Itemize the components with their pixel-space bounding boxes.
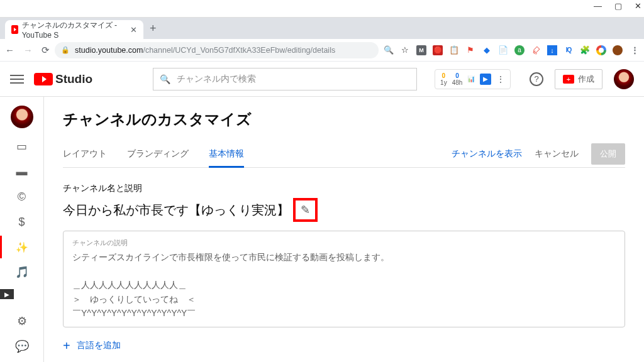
window-title-bar: — ▢ ✕ <box>0 0 644 18</box>
window-minimize-icon[interactable]: — <box>594 1 602 11</box>
description-line: ￣Y^Y^Y^Y^Y^Y^Y^Y^Y^Y^Y￣ <box>72 306 616 320</box>
account-avatar[interactable] <box>614 69 634 89</box>
main-content: チャンネルのカスタマイズ レイアウト ブランディング 基本情報 チャンネルを表示… <box>44 97 644 362</box>
add-language-button[interactable]: + 言語を追加 <box>63 339 625 353</box>
ext-adblock-icon[interactable]: 🛑 <box>433 45 443 55</box>
channel-name-section-label: チャンネル名と説明 <box>63 183 625 194</box>
browser-tab-title: チャンネルのカスタマイズ - YouTube S <box>22 20 124 40</box>
help-icon[interactable]: ? <box>530 72 543 86</box>
star-icon[interactable]: ☆ <box>400 45 410 55</box>
customization-tabs: レイアウト ブランディング 基本情報 <box>63 141 244 167</box>
create-label: 作成 <box>578 74 594 85</box>
studio-header: Studio 🔍 チャンネル内で検索 01y 048h 📊 ▶ ⋮ ? + 作成 <box>0 62 644 97</box>
sidebar-subtitles-icon[interactable]: ▬ <box>15 165 29 178</box>
youtube-play-icon <box>34 73 53 85</box>
search-icon[interactable]: 🔍 <box>384 45 394 55</box>
stats-widget[interactable]: 01y 048h 📊 ▶ ⋮ <box>435 69 511 89</box>
studio-logo-text: Studio <box>55 72 92 86</box>
ext-flag-icon[interactable]: ⚑ <box>465 45 475 55</box>
browser-menu-icon[interactable]: ⋮ <box>629 45 639 55</box>
tab-basic-info[interactable]: 基本情報 <box>209 141 244 167</box>
plus-icon: + <box>63 339 70 353</box>
publish-button[interactable]: 公開 <box>591 143 625 165</box>
ext-note-icon[interactable]: 📋 <box>449 45 459 55</box>
search-icon: 🔍 <box>160 74 170 84</box>
sidebar-audio-icon[interactable]: 🎵 <box>15 265 29 279</box>
stats-menu-icon[interactable]: ⋮ <box>496 74 505 84</box>
channel-name-text: 今日から私が市長です【ゆっくり実況】 <box>63 202 289 219</box>
channel-description-box[interactable]: チャンネルの説明 シティーズスカイラインで市長権限を使って市民に検証する動画を投… <box>63 231 625 327</box>
hamburger-menu-icon[interactable] <box>10 75 24 84</box>
search-placeholder: チャンネル内で検索 <box>177 74 256 85</box>
ext-google-icon[interactable] <box>596 45 606 55</box>
pencil-icon[interactable]: ✎ <box>301 203 310 217</box>
window-close-icon[interactable]: ✕ <box>635 1 641 11</box>
cancel-button[interactable]: キャンセル <box>535 148 579 160</box>
nav-reload-icon[interactable]: ⟳ <box>42 45 50 56</box>
nav-forward-icon: → <box>23 45 33 56</box>
chart-icon: 📊 <box>467 75 475 82</box>
sidebar-customization-icon[interactable]: ✨ <box>15 240 29 254</box>
address-bar[interactable]: 🔒 studio.youtube.com/channel/UCYd_Von5G7… <box>55 42 379 58</box>
channel-search-input[interactable]: 🔍 チャンネル内で検索 <box>153 68 417 90</box>
browser-toolbar: ← → ⟳ 🔒 studio.youtube.com/channel/UCYd_… <box>0 39 644 62</box>
browser-profile-avatar[interactable] <box>613 45 623 55</box>
view-channel-link[interactable]: チャンネルを表示 <box>452 148 522 160</box>
sidebar-feedback-icon[interactable]: 💬 <box>15 339 29 353</box>
tab-close-icon[interactable]: ✕ <box>130 25 137 35</box>
new-tab-button[interactable]: + <box>150 22 157 35</box>
browser-tab-active[interactable]: チャンネルのカスタマイズ - YouTube S ✕ <box>5 20 143 39</box>
ext-tag-icon[interactable]: 🏷 <box>529 43 543 57</box>
stats-play-icon: ▶ <box>480 74 491 85</box>
ext-puzzle-icon[interactable]: 🧩 <box>580 45 590 55</box>
ext-iq-icon[interactable]: IQ <box>564 45 574 55</box>
sidebar-channel-avatar[interactable] <box>11 106 33 128</box>
sidebar-copyright-icon[interactable]: © <box>15 190 29 204</box>
ext-green-icon[interactable]: a <box>514 45 525 55</box>
extension-icons: 🔍 ☆ M 🛑 📋 ⚑ ◆ 📄 a 🏷 ↓ IQ 🧩 ⋮ <box>384 45 639 55</box>
lock-icon: 🔒 <box>61 46 70 54</box>
ext-blue-icon[interactable]: ◆ <box>482 45 492 55</box>
studio-logo[interactable]: Studio <box>34 72 92 86</box>
tab-layout[interactable]: レイアウト <box>63 141 107 167</box>
description-line: ＞ ゆっくりしていってね ＜ <box>72 292 616 306</box>
description-line: シティーズスカイラインで市長権限を使って市民に検証する動画を投稿します。 <box>72 250 616 264</box>
ext-doc-icon[interactable]: 📄 <box>498 45 508 55</box>
description-label: チャンネルの説明 <box>72 238 616 249</box>
nav-back-icon[interactable]: ← <box>5 45 14 56</box>
url-text: studio.youtube.com/channel/UCYd_Von5G7df… <box>75 46 335 55</box>
page-title: チャンネルのカスタマイズ <box>63 109 625 129</box>
sidebar-comments-icon[interactable]: ▭ <box>15 140 29 153</box>
tab-branding[interactable]: ブランディング <box>127 141 189 167</box>
create-button[interactable]: + 作成 <box>555 69 602 89</box>
edit-name-highlight: ✎ <box>293 198 318 222</box>
description-line: ＿人人人人人人人人人人人＿ <box>72 278 616 292</box>
ext-arrow-icon[interactable]: ↓ <box>547 45 557 55</box>
ext-gmail-icon[interactable]: M <box>416 45 426 55</box>
sidebar: ▭ ▬ © $ ✨ 🎵 ⚙ 💬 <box>0 97 44 362</box>
add-language-label: 言語を追加 <box>77 340 121 351</box>
window-maximize-icon[interactable]: ▢ <box>614 1 622 11</box>
sidebar-monetization-icon[interactable]: $ <box>15 215 29 229</box>
browser-tab-strip: チャンネルのカスタマイズ - YouTube S ✕ + <box>0 18 644 39</box>
youtube-favicon-icon <box>11 25 18 34</box>
create-video-icon: + <box>563 75 574 84</box>
side-float-tag[interactable]: ▶ <box>0 289 14 299</box>
sidebar-settings-icon[interactable]: ⚙ <box>15 314 29 328</box>
